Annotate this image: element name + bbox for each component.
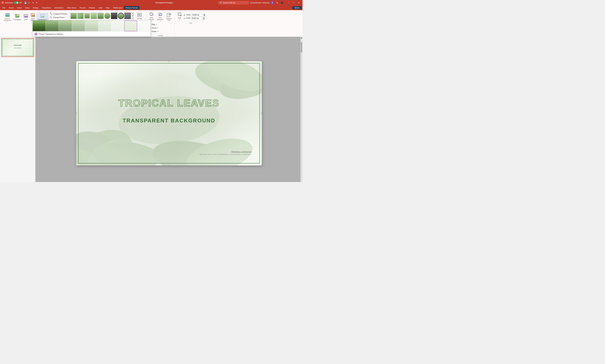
gallery-thumb-0[interactable] [33,20,46,31]
svg-rect-16 [50,13,51,14]
styles-scroll-down[interactable]: ▼ [131,15,134,17]
selection-pane-button[interactable]: SelectionPane [165,12,173,22]
svg-marker-53 [184,14,185,14]
color-label: Color [24,19,28,20]
handle-right[interactable] [261,113,262,114]
width-input[interactable] [191,17,202,20]
handle-tr[interactable] [261,61,262,62]
alt-text-icon: Alt [137,13,142,17]
user-avatar[interactable]: J [270,1,274,5]
style-thumb-2[interactable] [77,13,84,19]
accessibility-items: Alt Alt Text [136,11,143,20]
svg-marker-54 [184,15,185,16]
compress-pictures-button[interactable]: Compress Pictures [49,12,68,15]
send-backward-label: SendBackward [157,17,163,20]
height-down[interactable]: ▼ [203,15,206,16]
slide-canvas[interactable]: TROPICAL LEAVES TRANSPARENT BACKGROUND W… [76,61,262,166]
handle-br[interactable] [261,165,262,166]
rotate-label: Rotate [152,31,156,32]
remove-background-button[interactable]: RemoveBackground [3,12,12,22]
height-input[interactable] [192,13,203,16]
gallery-thumb-5[interactable] [98,20,111,31]
menu-help[interactable]: Help [104,6,111,10]
minimize-button[interactable]: ─ [286,1,291,4]
menu-transitions[interactable]: Transitions [40,6,53,10]
styles-expand[interactable]: ▾ [131,17,134,20]
autosave-toggle[interactable] [14,1,19,4]
selection-pane-icon [167,13,171,18]
change-picture-button[interactable]: Change Picture [49,16,68,19]
redo-icon[interactable]: ↪ [31,1,34,4]
handle-left[interactable] [76,113,77,114]
handle-tl[interactable] [76,61,77,62]
autosave-area: AutoSave Off [5,1,22,4]
undo-icon[interactable]: ↩ [28,1,31,4]
width-up[interactable]: ▲ [203,17,205,18]
canvas-area[interactable]: TROPICAL LEAVES TRANSPARENT BACKGROUND W… [36,37,303,182]
gallery-thumb-4[interactable] [85,20,98,31]
style-thumb-6[interactable] [104,13,111,19]
menu-record[interactable]: Record [78,6,87,10]
transparency-gallery: Picture Transparency Options... [32,20,151,37]
svg-point-1 [6,14,7,15]
svg-point-8 [25,15,25,16]
style-thumb-5[interactable] [97,13,104,19]
arrange-items: BringForward ▼ SendBackward ▼ [147,11,173,22]
gallery-thumb-6[interactable] [111,20,124,31]
titlebar: P AutoSave Off 💾 ↩ ↪ ▼ transparent-image… [0,0,303,5]
restore-button[interactable]: □ [291,1,296,4]
menu-design[interactable]: Design [31,6,40,10]
menu-home[interactable]: Home [7,6,15,10]
menu-insert[interactable]: Insert [15,6,24,10]
menu-pictureformat[interactable]: Picture Format [124,6,140,10]
menu-draw[interactable]: Draw [24,6,31,10]
style-thumb-9[interactable] [124,13,131,19]
menu-slideshow[interactable]: Slide Show [65,6,78,10]
height-up[interactable]: ▲ [203,14,206,15]
color-button[interactable]: Color [23,13,29,21]
style-thumb-3[interactable] [84,13,90,19]
gallery-thumb-8[interactable] [137,20,150,31]
remove-bg-label: RemoveBackground [4,18,11,21]
user-area: Gumpelmeyer Johanna J [250,1,274,5]
close-button[interactable]: ✕ [296,1,301,4]
color-icon [24,14,28,18]
gallery-thumb-2[interactable] [59,20,72,31]
menu-slidelizard[interactable]: SlideLizard [111,6,124,10]
corrections-button[interactable]: Corrections [12,13,22,21]
more-icon[interactable]: ▼ [35,1,38,4]
gallery-thumb-3[interactable] [72,20,85,31]
style-thumb-7[interactable] [111,13,117,19]
style-thumb-4[interactable] [91,13,97,19]
handle-bottom[interactable] [168,165,170,166]
menu-file[interactable]: File [1,6,7,10]
pen-icon[interactable]: ✏️ [275,1,279,4]
width-down[interactable]: ▼ [203,18,205,20]
gallery-thumb-7-selected[interactable] [124,20,137,31]
width-row: Width: ▲ ▼ [183,17,205,20]
transparency-options-label: Picture Transparency Options... [39,33,65,35]
present-icon[interactable]: ⬛ [280,1,283,4]
share-button[interactable]: Share [292,6,302,9]
save-icon[interactable]: 💾 [24,1,27,4]
styles-scroll-up[interactable]: ▲ [131,12,134,14]
menu-view[interactable]: View [97,6,104,10]
crop-button[interactable]: Crop ▼ [176,12,183,21]
scrollbar-thumb[interactable] [301,42,302,52]
send-backward-button[interactable]: SendBackward ▼ [156,12,164,22]
vertical-scrollbar[interactable]: ▲ ▼ [300,37,303,182]
style-thumb-8[interactable] [118,13,124,19]
slide-1-thumbnail[interactable]: TROPICAL LEAVES TRANSPARENT BACKGROUND [1,38,34,57]
search-box[interactable]: 🔍 Search (Alt+Q) [219,1,249,4]
search-icon: 🔍 [220,2,222,4]
handle-bl[interactable] [76,165,77,166]
handle-top[interactable] [168,61,170,62]
gallery-thumb-1[interactable] [46,20,59,31]
transparency-button[interactable]: Transparency [37,13,48,21]
transparency-options-button[interactable]: Picture Transparency Options... [33,32,150,37]
menu-review[interactable]: Review [87,6,97,10]
style-thumb-1[interactable] [70,13,77,19]
change-picture-label: Change Picture [53,16,65,18]
alt-text-button[interactable]: Alt Alt Text [136,12,143,20]
menu-animations[interactable]: Animations [53,6,65,10]
